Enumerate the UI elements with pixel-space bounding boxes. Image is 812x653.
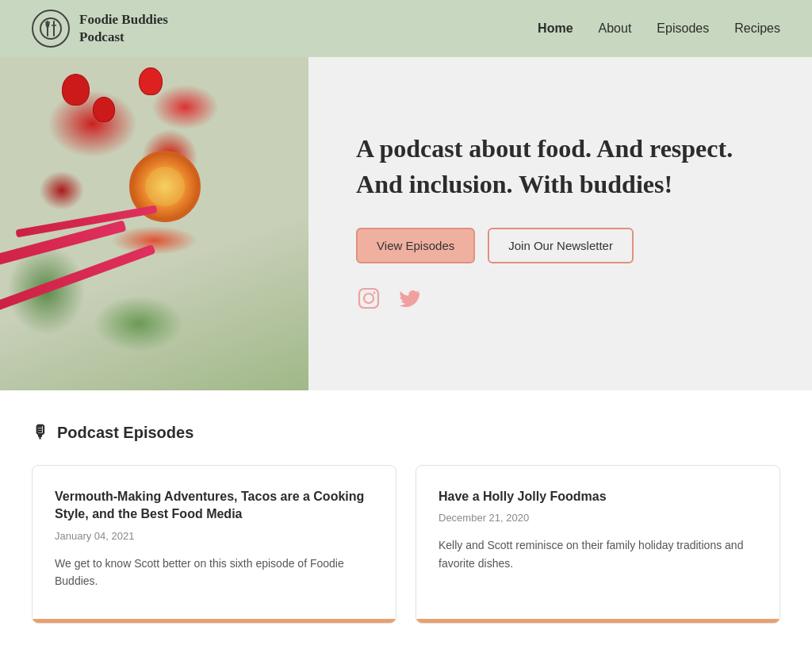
hero-tagline: A podcast about food. And respect. And i… [356, 131, 764, 202]
newsletter-button[interactable]: Join Our Newsletter [488, 228, 634, 263]
logo-text: Foodie Buddies Podcast [79, 11, 168, 46]
svg-rect-5 [359, 289, 378, 308]
twitter-icon[interactable] [397, 286, 423, 317]
nav-home[interactable]: Home [538, 21, 573, 36]
instagram-icon[interactable] [356, 286, 381, 317]
episode-title: Vermouth-Making Adventures, Tacos are a … [55, 488, 373, 524]
hero-content: A podcast about food. And respect. And i… [308, 57, 812, 390]
episode-description: Kelly and Scott reminisce on their famil… [439, 536, 757, 572]
hero-buttons: View Episodes Join Our Newsletter [356, 228, 764, 263]
strawberry-3 [93, 97, 115, 122]
episode-date: January 04, 2021 [55, 530, 373, 542]
view-episodes-button[interactable]: View Episodes [356, 228, 475, 263]
social-icons [356, 286, 764, 317]
logo-icon [32, 10, 70, 48]
svg-point-6 [364, 294, 373, 303]
nav-recipes[interactable]: Recipes [734, 21, 780, 36]
svg-point-7 [373, 291, 376, 294]
logo-area: Foodie Buddies Podcast [32, 10, 168, 48]
site-header: Foodie Buddies Podcast Home About Episod… [0, 0, 812, 57]
strawberry-2 [139, 67, 163, 95]
episodes-grid: Vermouth-Making Adventures, Tacos are a … [32, 465, 780, 624]
microphone-icon: 🎙 [32, 422, 49, 443]
episode-card: Vermouth-Making Adventures, Tacos are a … [32, 465, 396, 624]
hero-image [0, 57, 308, 390]
nav-about[interactable]: About [599, 21, 632, 36]
main-content: 🎙 Podcast Episodes Vermouth-Making Adven… [0, 390, 812, 653]
strawberry-1 [62, 74, 90, 106]
episodes-section-title: 🎙 Podcast Episodes [32, 422, 780, 443]
hero-section: A podcast about food. And respect. And i… [0, 57, 812, 390]
svg-point-0 [40, 18, 61, 39]
episode-date: December 21, 2020 [439, 512, 757, 524]
nav-episodes[interactable]: Episodes [657, 21, 709, 36]
episode-title: Have a Holly Jolly Foodmas [439, 488, 757, 505]
episode-description: We get to know Scott better on this sixt… [55, 555, 373, 590]
episode-card: Have a Holly Jolly Foodmas December 21, … [416, 465, 780, 624]
main-nav: Home About Episodes Recipes [538, 21, 780, 36]
